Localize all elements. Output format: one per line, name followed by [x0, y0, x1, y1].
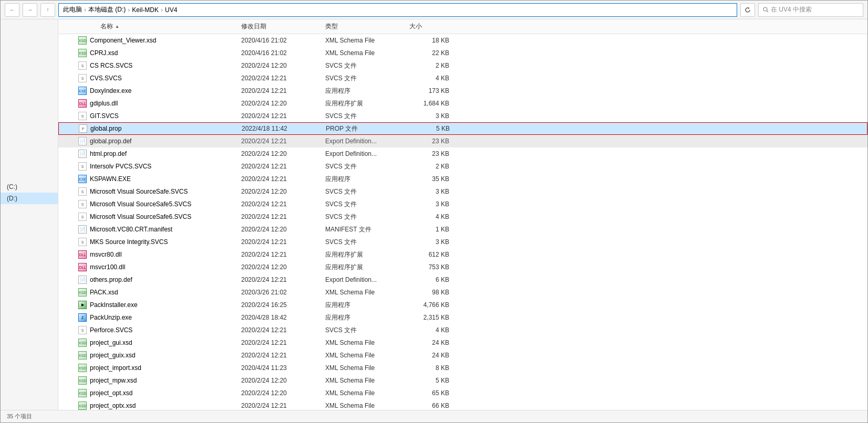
file-type: 应用程序 [321, 175, 405, 184]
sidebar-item-c[interactable]: (C:) [1, 181, 58, 193]
table-row[interactable]: S Intersolv PVCS.SVCS 2020/2/24 12:21 SV… [58, 160, 867, 173]
table-row[interactable]: 📄 Microsoft.VC80.CRT.manifest 2020/2/24 … [58, 223, 867, 236]
table-row[interactable]: S CS RCS.SVCS 2020/2/24 12:20 SVCS 文件 2 … [58, 59, 867, 72]
file-date: 2020/2/24 12:21 [237, 326, 321, 334]
file-date: 2020/2/24 12:21 [237, 112, 321, 120]
file-type: SVCS 文件 [321, 238, 405, 247]
col-header-type[interactable]: 类型 [321, 22, 405, 31]
file-type: XML Schema File [321, 37, 405, 44]
file-size: 5 KB [406, 125, 458, 132]
path-segment-drive[interactable]: 本地磁盘 (D:) [88, 5, 126, 14]
back-button[interactable]: ← [5, 3, 19, 17]
table-row[interactable]: 📄 others.prop.def 2020/2/24 12:21 Export… [58, 273, 867, 286]
table-row[interactable]: DLL msvcr100.dll 2020/2/24 12:20 应用程序扩展 … [58, 261, 867, 273]
file-name: MKS Source Integrity.SVCS [90, 238, 237, 246]
table-row[interactable]: XSD Component_Viewer.xsd 2020/4/16 21:02… [58, 34, 867, 47]
table-row[interactable]: S MKS Source Integrity.SVCS 2020/2/24 12… [58, 236, 867, 248]
file-size: 3 KB [405, 112, 458, 120]
file-date: 2020/2/24 12:20 [237, 62, 321, 69]
sort-arrow: ▲ [115, 24, 119, 29]
file-date: 2020/2/24 12:21 [237, 87, 321, 94]
file-name: gdiplus.dll [90, 100, 237, 107]
file-name: PackUnzip.exe [90, 314, 237, 321]
file-name: global.prop [90, 125, 237, 132]
file-date: 2020/2/24 12:21 [237, 138, 321, 145]
table-row[interactable]: S CVS.SVCS 2020/2/24 12:21 SVCS 文件 4 KB [58, 72, 867, 84]
table-row[interactable]: XSD project_optx.xsd 2020/2/24 12:21 XML… [58, 399, 867, 410]
search-box[interactable]: 在 UV4 中搜索 [758, 3, 863, 17]
file-size: 4 KB [405, 213, 458, 220]
file-type: 应用程序 [321, 313, 405, 322]
col-header-size[interactable]: 大小 [405, 22, 458, 31]
file-size: 2 KB [405, 62, 458, 69]
table-row[interactable]: EXE DoxyIndex.exe 2020/2/24 12:21 应用程序 1… [58, 84, 867, 97]
status-bar: 35 个项目 [1, 410, 867, 422]
table-row[interactable]: 📄 global.prop.def 2020/2/24 12:21 Export… [58, 135, 867, 147]
file-size: 2,315 KB [405, 314, 458, 321]
file-name: project_gui.xsd [90, 339, 237, 346]
table-row[interactable]: XSD PACK.xsd 2020/3/26 21:02 XML Schema … [58, 286, 867, 299]
sidebar-item-d[interactable]: (D:) [1, 193, 58, 204]
table-row[interactable]: P global.prop 2022/4/18 11:42 PROP 文件 5 … [58, 122, 867, 135]
file-type: Export Definition... [321, 276, 405, 283]
svcs-icon: S [78, 238, 87, 246]
table-row[interactable]: S Microsoft Visual SourceSafe6.SVCS 2020… [58, 210, 867, 223]
svcs-icon: S [78, 112, 87, 120]
table-row[interactable]: 📄 html.prop.def 2020/2/24 12:20 Export D… [58, 147, 867, 160]
file-name: Microsoft Visual SourceSafe.SVCS [90, 188, 237, 195]
table-row[interactable]: EXE KSPAWN.EXE 2020/2/24 12:21 应用程序 35 K… [58, 173, 867, 185]
file-list-area: 名称 ▲ 修改日期 类型 大小 XSD Component_Viewer.xsd… [58, 19, 867, 410]
file-date: 2020/2/24 12:21 [237, 276, 321, 283]
file-size: 5 KB [405, 377, 458, 384]
file-name: DoxyIndex.exe [90, 87, 237, 94]
file-type: 应用程序 [321, 301, 405, 310]
file-icon: 📄 [78, 225, 87, 234]
path-segment-keil[interactable]: Keil-MDK [132, 6, 159, 14]
table-row[interactable]: S Microsoft Visual SourceSafe5.SVCS 2020… [58, 198, 867, 210]
file-icon: 📄 [78, 137, 87, 145]
column-headers: 名称 ▲ 修改日期 类型 大小 [58, 19, 867, 34]
file-size: 3 KB [405, 238, 458, 246]
xsd-icon: XSD [78, 36, 87, 45]
up-button[interactable]: ↑ [40, 3, 55, 17]
path-segment-computer[interactable]: 此电脑 [63, 5, 82, 14]
table-row[interactable]: Z PackUnzip.exe 2020/4/28 18:42 应用程序 2,3… [58, 311, 867, 324]
file-name: Perforce.SVCS [90, 326, 237, 334]
table-row[interactable]: DLL msvcr80.dll 2020/2/24 12:21 应用程序扩展 6… [58, 248, 867, 261]
table-row[interactable]: XSD project_import.xsd 2020/4/24 11:23 X… [58, 362, 867, 374]
search-placeholder: 在 UV4 中搜索 [771, 5, 812, 14]
col-header-name[interactable]: 名称 ▲ [58, 22, 237, 31]
file-size: 4 KB [405, 326, 458, 334]
file-name: others.prop.def [90, 276, 237, 283]
table-row[interactable]: XSD project_gui.xsd 2020/2/24 12:21 XML … [58, 336, 867, 349]
file-name: GIT.SVCS [90, 112, 237, 120]
table-row[interactable]: XSD project_opt.xsd 2020/2/24 12:20 XML … [58, 387, 867, 399]
table-row[interactable]: XSD project_guix.xsd 2020/2/24 12:21 XML… [58, 349, 867, 362]
status-text: 35 个项目 [7, 413, 32, 420]
file-name: CVS.SVCS [90, 75, 237, 82]
file-date: 2020/2/24 12:21 [237, 75, 321, 82]
table-row[interactable]: XSD CPRJ.xsd 2020/4/16 21:02 XML Schema … [58, 47, 867, 59]
file-size: 98 KB [405, 289, 458, 296]
sidebar: (C:) (D:) [1, 19, 58, 410]
col-header-date[interactable]: 修改日期 [237, 22, 321, 31]
file-date: 2020/2/24 12:20 [237, 100, 321, 107]
table-row[interactable]: S Microsoft Visual SourceSafe.SVCS 2020/… [58, 185, 867, 198]
forward-button[interactable]: → [23, 3, 37, 17]
refresh-button[interactable] [740, 3, 755, 17]
svcs-icon: S [78, 326, 87, 334]
path-segment-uv4[interactable]: UV4 [165, 6, 177, 14]
file-date: 2020/2/24 12:21 [237, 163, 321, 170]
file-name: project_mpw.xsd [90, 377, 237, 384]
table-row[interactable]: XSD project_mpw.xsd 2020/2/24 12:20 XML … [58, 374, 867, 387]
address-path[interactable]: 此电脑 › 本地磁盘 (D:) › Keil-MDK › UV4 [58, 3, 737, 17]
table-row[interactable]: ▶ PackInstaller.exe 2020/2/24 16:25 应用程序… [58, 299, 867, 311]
table-row[interactable]: S GIT.SVCS 2020/2/24 12:21 SVCS 文件 3 KB [58, 110, 867, 122]
table-row[interactable]: S Perforce.SVCS 2020/2/24 12:21 SVCS 文件 … [58, 324, 867, 336]
file-date: 2020/2/24 12:21 [237, 238, 321, 246]
xsd-icon: XSD [78, 339, 87, 347]
file-name: msvcr100.dll [90, 263, 237, 271]
file-date: 2020/2/24 12:20 [237, 377, 321, 384]
table-row[interactable]: DLL gdiplus.dll 2020/2/24 12:20 应用程序扩展 1… [58, 97, 867, 110]
file-date: 2020/2/24 12:20 [237, 389, 321, 397]
